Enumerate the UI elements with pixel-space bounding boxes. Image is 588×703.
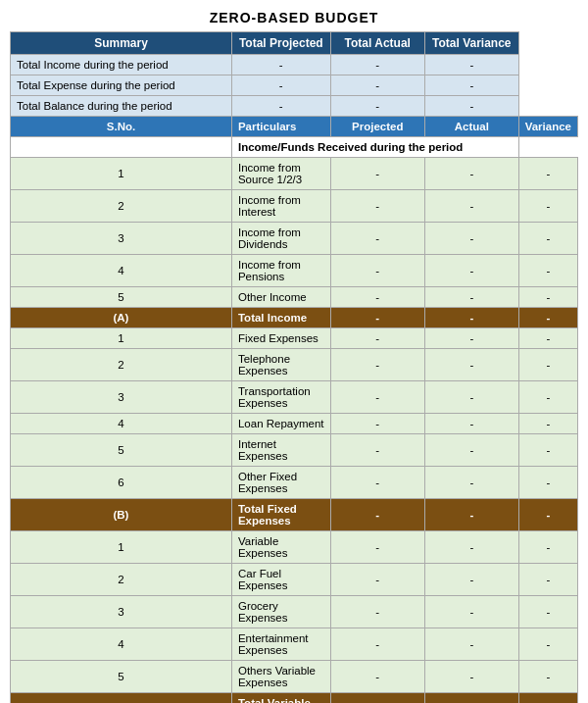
total-income-variance: - xyxy=(518,308,577,328)
total-income-projected: - xyxy=(330,308,424,328)
income-projected-2: - xyxy=(330,190,424,223)
summary-income-variance: - xyxy=(424,55,518,75)
income-actual-2: - xyxy=(424,190,518,223)
subheader-actual: Actual xyxy=(424,117,518,137)
variable-row-4: 4 Entertainment Expenses - - - xyxy=(11,628,578,661)
variable-variance-3: - xyxy=(518,596,577,628)
header-summary: Summary xyxy=(11,32,232,55)
variable-projected-4: - xyxy=(330,628,424,661)
fixed-variance-6: - xyxy=(518,467,577,499)
total-variable-row: (C) Total Variable Expenses - - - xyxy=(11,693,578,704)
variable-actual-4: - xyxy=(424,628,518,661)
fixed-row-6: 6 Other Fixed Expenses - - - xyxy=(11,467,578,499)
fixed-variance-2: - xyxy=(518,349,577,381)
summary-balance-projected: - xyxy=(231,96,330,117)
header-total-actual: Total Actual xyxy=(330,32,424,55)
subheader-projected: Projected xyxy=(330,117,424,137)
header-total-variance: Total Variance xyxy=(424,32,518,55)
variable-variance-5: - xyxy=(518,661,577,693)
budget-container: ZERO-BASED BUDGET Summary Total Projecte… xyxy=(10,10,578,703)
variable-sno-2: 2 xyxy=(11,564,232,596)
income-row-3: 3 Income from Dividends - - - xyxy=(11,223,578,255)
income-sno-1: 1 xyxy=(11,158,232,190)
income-sno-5: 5 xyxy=(11,287,232,308)
variable-projected-2: - xyxy=(330,564,424,596)
fixed-projected-1: - xyxy=(330,328,424,349)
page-title: ZERO-BASED BUDGET xyxy=(10,10,578,25)
variable-label-4: Entertainment Expenses xyxy=(231,628,330,661)
income-variance-4: - xyxy=(518,255,577,287)
header-row: Summary Total Projected Total Actual Tot… xyxy=(11,32,578,55)
header-total-projected: Total Projected xyxy=(231,32,330,55)
variable-label-1: Variable Expenses xyxy=(231,531,330,564)
fixed-sno-3: 3 xyxy=(11,381,232,414)
income-projected-3: - xyxy=(330,223,424,255)
fixed-variance-4: - xyxy=(518,414,577,434)
income-actual-1: - xyxy=(424,158,518,190)
variable-actual-1: - xyxy=(424,531,518,564)
income-row-4: 4 Income from Pensions - - - xyxy=(11,255,578,287)
variable-variance-1: - xyxy=(518,531,577,564)
income-label-5: Other Income xyxy=(231,287,330,308)
income-row-1: 1 Income from Source 1/2/3 - - - xyxy=(11,158,578,190)
income-projected-4: - xyxy=(330,255,424,287)
total-variable-projected: - xyxy=(330,693,424,704)
income-label-2: Income from Interest xyxy=(231,190,330,223)
income-section-heading: Income/Funds Received during the period xyxy=(231,137,518,158)
fixed-projected-6: - xyxy=(330,467,424,499)
variable-actual-2: - xyxy=(424,564,518,596)
income-actual-4: - xyxy=(424,255,518,287)
total-fixed-row: (B) Total Fixed Expenses - - - xyxy=(11,499,578,531)
total-variable-actual: - xyxy=(424,693,518,704)
fixed-projected-2: - xyxy=(330,349,424,381)
total-income-actual: - xyxy=(424,308,518,328)
total-income-sno: (A) xyxy=(11,308,232,328)
summary-expense-label: Total Expense during the period xyxy=(11,75,232,96)
fixed-sno-5: 5 xyxy=(11,434,232,467)
total-variable-sno: (C) xyxy=(11,693,232,704)
fixed-row-5: 5 Internet Expenses - - - xyxy=(11,434,578,467)
income-variance-1: - xyxy=(518,158,577,190)
fixed-sno-1: 1 xyxy=(11,328,232,349)
income-label-3: Income from Dividends xyxy=(231,223,330,255)
variable-sno-3: 3 xyxy=(11,596,232,628)
subheader-variance: Variance xyxy=(518,117,577,137)
income-actual-3: - xyxy=(424,223,518,255)
total-fixed-projected: - xyxy=(330,499,424,531)
summary-income-projected: - xyxy=(231,55,330,75)
summary-income-actual: - xyxy=(330,55,424,75)
fixed-label-6: Other Fixed Expenses xyxy=(231,467,330,499)
variable-label-3: Grocery Expenses xyxy=(231,596,330,628)
summary-income-row: Total Income during the period - - - xyxy=(11,55,578,75)
summary-expense-row: Total Expense during the period - - - xyxy=(11,75,578,96)
income-variance-2: - xyxy=(518,190,577,223)
total-fixed-variance: - xyxy=(518,499,577,531)
fixed-sno-4: 4 xyxy=(11,414,232,434)
fixed-sno-6: 6 xyxy=(11,467,232,499)
variable-sno-1: 1 xyxy=(11,531,232,564)
fixed-actual-2: - xyxy=(424,349,518,381)
fixed-label-4: Loan Repayment xyxy=(231,414,330,434)
variable-variance-4: - xyxy=(518,628,577,661)
fixed-actual-6: - xyxy=(424,467,518,499)
income-variance-5: - xyxy=(518,287,577,308)
fixed-sno-2: 2 xyxy=(11,349,232,381)
total-fixed-label: Total Fixed Expenses xyxy=(231,499,330,531)
total-income-row: (A) Total Income - - - xyxy=(11,308,578,328)
income-label-1: Income from Source 1/2/3 xyxy=(231,158,330,190)
fixed-variance-1: - xyxy=(518,328,577,349)
fixed-row-4: 4 Loan Repayment - - - xyxy=(11,414,578,434)
variable-row-2: 2 Car Fuel Expenses - - - xyxy=(11,564,578,596)
fixed-row-1: 1 Fixed Expenses - - - xyxy=(11,328,578,349)
total-fixed-sno: (B) xyxy=(11,499,232,531)
income-row-2: 2 Income from Interest - - - xyxy=(11,190,578,223)
variable-row-1: 1 Variable Expenses - - - xyxy=(11,531,578,564)
fixed-variance-3: - xyxy=(518,381,577,414)
fixed-row-3: 3 Transportation Expenses - - - xyxy=(11,381,578,414)
fixed-variance-5: - xyxy=(518,434,577,467)
variable-projected-1: - xyxy=(330,531,424,564)
fixed-label-3: Transportation Expenses xyxy=(231,381,330,414)
variable-row-5: 5 Others Variable Expenses - - - xyxy=(11,661,578,693)
fixed-projected-3: - xyxy=(330,381,424,414)
total-variable-variance: - xyxy=(518,693,577,704)
